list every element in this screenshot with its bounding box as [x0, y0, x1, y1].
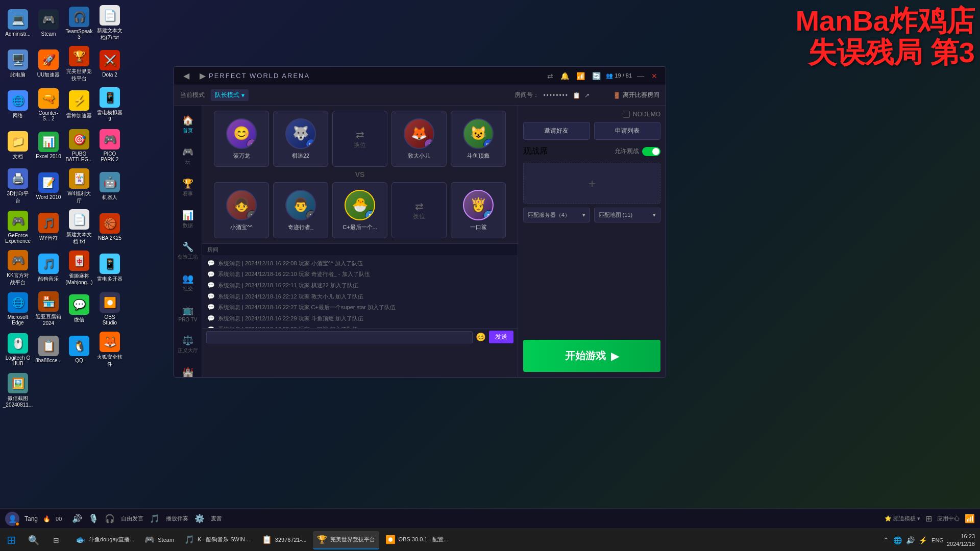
- icon-dota2[interactable]: ⚔️ Dota 2: [94, 43, 125, 84]
- icon-teamspeak[interactable]: 🎧 TeamSpeak 3: [64, 3, 94, 43]
- transfer-icon[interactable]: ⇄: [545, 71, 555, 81]
- tray-network-icon[interactable]: 🌐: [892, 535, 903, 545]
- copy-icon[interactable]: 📋: [573, 92, 580, 99]
- match-server-button[interactable]: 匹配服务器（4） ▾: [523, 208, 590, 222]
- sidebar-item-social[interactable]: 👥 社交: [175, 269, 201, 296]
- refresh-icon[interactable]: 🔄: [590, 71, 603, 81]
- taskbar-app-obs[interactable]: ⏺️ OBS 30.0.1 - 配置...: [381, 531, 453, 549]
- nav-back-icon[interactable]: ◀: [180, 70, 192, 82]
- sidebar-item-workshop[interactable]: 🔧 创造工坊: [175, 237, 201, 265]
- sidebar-item-clan[interactable]: 🏰 族群: [175, 362, 201, 377]
- system-clock[interactable]: 16:23 2024/12/18: [947, 533, 975, 547]
- icon-txt2[interactable]: 📄 新建文本文档.txt: [64, 207, 94, 247]
- free-speech-btn[interactable]: 自由发言: [121, 515, 143, 522]
- player-slot-douyuding[interactable]: 😺 C+ 斗鱼顶瘾: [451, 111, 506, 167]
- icon-qq[interactable]: 🐧 QQ: [64, 329, 94, 370]
- task-view-button[interactable]: ⊟: [45, 529, 67, 552]
- leave-room-btn[interactable]: 🚪 离开比赛房间: [613, 91, 659, 99]
- mic-sound-btn[interactable]: 麦音: [211, 515, 222, 522]
- player-slot-swap2[interactable]: ⇄ 换位: [391, 182, 447, 238]
- icon-counter[interactable]: 🔫 Counter-S... 2: [33, 84, 64, 125]
- sidebar-item-play[interactable]: 🎮 玩: [175, 142, 201, 170]
- icon-computer[interactable]: 🖥️ 此电脑: [3, 43, 33, 84]
- chat-input[interactable]: [206, 331, 473, 343]
- icon-excel[interactable]: 📊 Excel 2010: [33, 125, 64, 166]
- sidebar-item-home[interactable]: 🏠 首页: [175, 111, 201, 138]
- icon-kk[interactable]: 🎮 KK官方对战平台: [3, 247, 33, 288]
- volume-icon[interactable]: 🔊: [72, 514, 82, 523]
- icon-babacc[interactable]: 📋 8ba88cce...: [33, 329, 64, 370]
- icon-kugou[interactable]: 🎵 酷狗音乐: [33, 247, 64, 288]
- icon-admin[interactable]: 💻 Administr...: [3, 3, 33, 43]
- icon-screenshot[interactable]: 🖼️ 微信截图_20240811...: [3, 370, 33, 411]
- apply-list-button[interactable]: 申请列表: [594, 122, 661, 140]
- tray-speaker-icon[interactable]: 🔊: [905, 535, 916, 545]
- taskbar-app-steam[interactable]: 🎮 Steam: [140, 531, 178, 549]
- sidebar-item-data[interactable]: 📊 数据: [175, 206, 201, 233]
- sidebar-item-protv[interactable]: 📺 PRO TV: [175, 300, 201, 327]
- icon-edge[interactable]: 🌐 Microsoft Edge: [3, 288, 33, 329]
- settings-icon[interactable]: ⚙️: [194, 514, 205, 523]
- icon-geforce[interactable]: 🎮 GeForce Experience: [3, 207, 33, 247]
- icon-wangzhe[interactable]: 🃏 W4福利大厅: [64, 166, 94, 207]
- emoji-button[interactable]: 😊: [476, 332, 486, 342]
- nav-forward-icon[interactable]: ▶: [197, 70, 209, 82]
- tray-expand-icon[interactable]: ⌃: [882, 535, 890, 545]
- match-map-button[interactable]: 匹配地图 (11) ▾: [594, 208, 661, 222]
- icon-pico[interactable]: 🎮 PICO PARK 2: [94, 125, 125, 166]
- lang-label[interactable]: ENG: [932, 537, 944, 543]
- icon-notepad[interactable]: 📄 新建文本文档(2).txt: [94, 3, 125, 43]
- icon-nba[interactable]: 🏀 NBA 2K25: [94, 207, 125, 247]
- icon-docs[interactable]: 📁 文档: [3, 125, 33, 166]
- icon-pubg[interactable]: 🎯 PUBG BATTLEG...: [64, 125, 94, 166]
- player-slot-bowanlong[interactable]: 😊 A 菠万龙: [214, 111, 269, 167]
- taskbar-app-wanmei[interactable]: 🏆 完美世界竞技平台: [313, 531, 379, 549]
- share-icon[interactable]: ↗: [584, 92, 590, 99]
- mode-select[interactable]: 队长模式 ▾: [211, 89, 249, 101]
- invite-friend-button[interactable]: 邀请好友: [523, 122, 590, 140]
- app-center-btn[interactable]: 应用中心: [937, 515, 960, 522]
- icon-multiopen[interactable]: 📱 雷电多开器: [94, 247, 125, 288]
- icon-wanmei[interactable]: 🏆 完美世界竞技平台: [64, 43, 94, 84]
- player-slot-qimi22[interactable]: 🐺 C+ 棋迷22: [273, 111, 328, 167]
- music-icon[interactable]: 🎵: [150, 514, 160, 523]
- icon-robot[interactable]: 🤖 机器人: [94, 166, 125, 207]
- icon-tofu[interactable]: 🏪 迎亚豆腐箱 2024: [33, 288, 64, 329]
- icon-uu[interactable]: 🚀 UU加速器: [33, 43, 64, 84]
- minimize-icon[interactable]: —: [635, 71, 646, 81]
- taskbar-app-douyu[interactable]: 🐟 斗鱼dougay直播...: [71, 531, 138, 549]
- taskbar-search-button[interactable]: 🔍: [22, 529, 45, 552]
- channel-template-btn[interactable]: ⭐ 频道模板 ▾: [885, 515, 920, 522]
- player-slot-cpzuihou[interactable]: 🐣 B C+最后一个...: [332, 182, 387, 238]
- icon-obs[interactable]: ⏺️ OBS Studio: [94, 288, 125, 329]
- sidebar-item-match[interactable]: 🏆 赛事: [175, 174, 201, 202]
- icon-mahjong[interactable]: 🀄 雀姬麻将(Mahjong...): [64, 247, 94, 288]
- headphone-icon[interactable]: 🎧: [105, 514, 115, 523]
- start-game-button[interactable]: 开始游戏 ▶: [523, 340, 660, 372]
- icon-wechat[interactable]: 💬 微信: [64, 288, 94, 329]
- player-slot-qijixingzhe[interactable]: 👨 ? 奇迹行者_: [273, 182, 328, 238]
- spectator-add-slot[interactable]: ＋: [523, 163, 660, 204]
- close-icon[interactable]: ✕: [649, 71, 659, 81]
- icon-leimoni[interactable]: 📱 雷电模拟器9: [94, 84, 125, 125]
- player-slot-yikoushi[interactable]: 👸 B 一口鲨: [451, 182, 506, 238]
- taskbar-app-32976[interactable]: 📋 32976721-...: [258, 531, 311, 549]
- mic-icon[interactable]: 🎙️: [88, 514, 99, 523]
- play-music-btn[interactable]: 播放伴奏: [166, 515, 188, 522]
- send-button[interactable]: 发送: [489, 331, 513, 343]
- player-slot-swap1[interactable]: ⇄ 换位: [332, 111, 387, 167]
- icon-network[interactable]: 🌐 网络: [3, 84, 33, 125]
- grid-icon[interactable]: ⊞: [925, 514, 932, 523]
- icon-wymusic[interactable]: 🎵 WY音符: [33, 207, 64, 247]
- player-slot-xiaojiubao[interactable]: 👧 ? 小酒宝^^: [214, 182, 269, 238]
- icon-firefox[interactable]: 🦊 火狐安全软件: [94, 329, 125, 370]
- icon-word[interactable]: 📝 Word 2010: [33, 166, 64, 207]
- start-button[interactable]: ⊞: [0, 529, 22, 552]
- sidebar-item-justice[interactable]: ⚖️ 正义大厅: [175, 331, 201, 358]
- nodemo-checkbox[interactable]: [623, 111, 630, 118]
- player-slot-dundaxiaor[interactable]: 🦊 A 敦大小儿: [391, 111, 447, 167]
- icon-3d[interactable]: 🖨️ 3D打印平台: [3, 166, 33, 207]
- icon-logitech[interactable]: 🖱️ Logitech G HUB: [3, 329, 33, 370]
- notify-icon[interactable]: 🔔: [558, 71, 571, 81]
- allow-battle-toggle[interactable]: [642, 147, 660, 156]
